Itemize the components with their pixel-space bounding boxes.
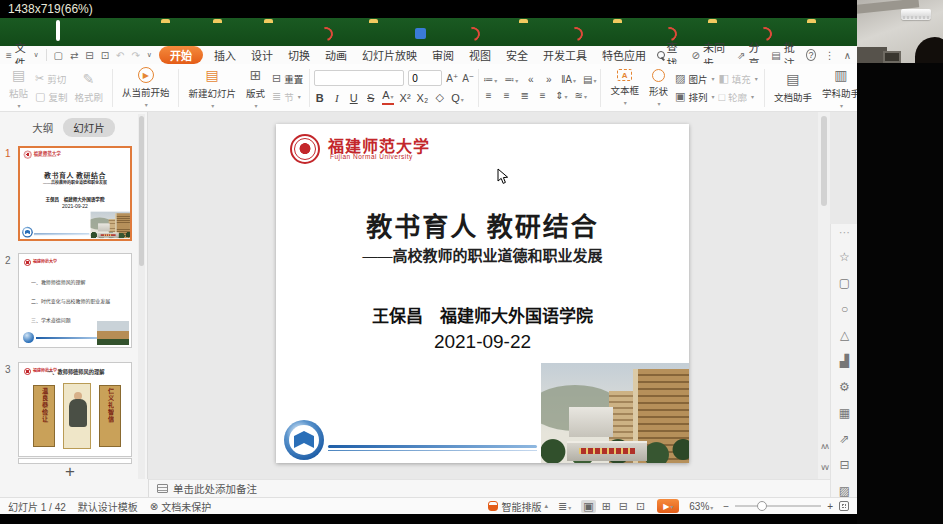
- paste-button[interactable]: ▤ 粘贴: [4, 66, 33, 110]
- desktop-shortcut-folder[interactable]: [160, 22, 186, 47]
- desktop-shortcut-folder[interactable]: [368, 22, 394, 47]
- collapse-ribbon-icon[interactable]: ∧: [844, 50, 851, 61]
- panel-scrollbar[interactable]: [138, 114, 145, 495]
- fit-to-window-icon[interactable]: [839, 501, 849, 511]
- tab-security[interactable]: 安全: [502, 46, 532, 64]
- tab-home[interactable]: 开始: [159, 46, 203, 64]
- play-from-current-button[interactable]: ▶ 从当前开始: [117, 66, 175, 110]
- slide-title[interactable]: 教书育人 教研结合: [276, 206, 689, 243]
- slide-thumbnail-3[interactable]: 福建师范大学 一、教师师德师风的理解 温良恭俭让 仁义礼智信: [18, 362, 132, 457]
- export-icon[interactable]: ⇗: [831, 432, 858, 446]
- next-slide-button[interactable]: ∨∨: [818, 459, 830, 475]
- desktop-shortcut-folder[interactable]: [612, 22, 638, 47]
- zoom-in-button[interactable]: +: [827, 501, 833, 512]
- decrease-font-button[interactable]: A⁻: [462, 73, 474, 84]
- slide-thumbnail-2[interactable]: 福建师范大学 一、教师师德师风的理解 二、时代变化与高校教师的职业发展 三、学术…: [18, 253, 132, 348]
- desktop-shortcut-word-doc[interactable]: [412, 22, 438, 47]
- align-right-button[interactable]: ≣: [519, 90, 530, 101]
- increase-font-button[interactable]: A⁺: [446, 73, 458, 84]
- archive-icon[interactable]: ⊟: [831, 458, 858, 472]
- text-direction-button[interactable]: ‖A: [561, 74, 576, 85]
- justify-button[interactable]: ≡: [537, 90, 548, 101]
- layout-button[interactable]: ⊞ 版式: [241, 66, 270, 110]
- duplicate-slide-icon[interactable]: ▢: [831, 276, 858, 290]
- chart-icon[interactable]: ▟: [831, 354, 858, 368]
- outline-button[interactable]: □轮廓: [716, 89, 759, 104]
- doc-assistant-button[interactable]: ▤ 文档助手: [769, 66, 817, 110]
- strikethrough-button[interactable]: S: [365, 92, 376, 104]
- tab-insert[interactable]: 插入: [210, 46, 240, 64]
- line-spacing-button[interactable]: ⇕: [555, 90, 567, 101]
- font-family-input[interactable]: [314, 70, 404, 86]
- new-slide-button[interactable]: ▤ 新建幻灯片: [183, 66, 241, 110]
- clear-format-button[interactable]: ◇: [434, 91, 445, 104]
- panel-grip-icon[interactable]: ⋯: [831, 226, 858, 239]
- save-icon[interactable]: ▢: [53, 50, 62, 61]
- export-icon[interactable]: ⇄: [70, 50, 78, 61]
- document-protection[interactable]: ⊗ 文档未保护: [150, 499, 211, 514]
- subscript-button[interactable]: X₂: [417, 92, 429, 104]
- desktop-shortcut-photo[interactable]: [56, 22, 82, 47]
- font-size-input[interactable]: [408, 70, 442, 86]
- picture-icon[interactable]: ▨: [831, 484, 858, 498]
- desktop-shortcut-wps-doc[interactable]: [566, 22, 592, 47]
- zoom-out-button[interactable]: −: [723, 501, 729, 512]
- effects-icon[interactable]: ☆: [831, 250, 858, 264]
- slide-editor-canvas[interactable]: 福建师范大学 Fujian Normal University 教书育人 教研结…: [149, 112, 818, 479]
- tab-review[interactable]: 审阅: [428, 46, 458, 64]
- highlight-button[interactable]: Q: [451, 92, 464, 104]
- add-slide-button[interactable]: +: [50, 462, 90, 480]
- play-slideshow-button[interactable]: ▶: [657, 499, 679, 513]
- desktop-shortcut-folder[interactable]: [518, 22, 544, 47]
- cut-button[interactable]: ✂剪切: [33, 71, 69, 86]
- slide-date[interactable]: 2021-09-22: [276, 331, 689, 353]
- kebab-menu-icon[interactable]: ⋮: [825, 50, 835, 61]
- slide-thumbnail-1[interactable]: 福建师范大学 Fujian Normal University 教书育人 教研结…: [18, 146, 132, 241]
- italic-button[interactable]: I: [331, 92, 342, 104]
- tab-dev-tools[interactable]: 开发工具: [539, 46, 591, 64]
- shape-button[interactable]: 形状: [644, 66, 673, 110]
- shapes-icon[interactable]: ○: [831, 302, 858, 316]
- more-icon[interactable]: ∨: [147, 51, 152, 59]
- tab-design[interactable]: 设计: [247, 46, 277, 64]
- copy-button[interactable]: ▢复制: [33, 89, 69, 104]
- notes-toggle-icon[interactable]: ≣: [558, 500, 571, 513]
- picture-button[interactable]: ▨图片: [673, 71, 716, 86]
- scrollbar-thumb[interactable]: [821, 116, 827, 206]
- zoom-slider-track[interactable]: [735, 505, 821, 507]
- webcam-video[interactable]: [857, 0, 943, 63]
- numbering-button[interactable]: ≕: [504, 74, 518, 85]
- previous-slide-button[interactable]: ∧∧: [818, 438, 830, 454]
- bullets-button[interactable]: ≔: [483, 74, 497, 85]
- redo-icon[interactable]: ↷: [131, 50, 139, 61]
- decrease-indent-button[interactable]: «: [525, 74, 536, 85]
- tab-slideshow[interactable]: 幻灯片放映: [358, 46, 421, 64]
- underline-button[interactable]: U: [348, 92, 359, 104]
- presenter-view-button[interactable]: ⊡: [634, 500, 647, 513]
- print-icon[interactable]: ⊟: [85, 50, 93, 61]
- superscript-button[interactable]: X²: [400, 92, 411, 104]
- desktop-shortcut-folder[interactable]: [263, 22, 289, 47]
- tab-transitions[interactable]: 切换: [284, 46, 314, 64]
- align-left-button[interactable]: ≡: [483, 90, 494, 101]
- desktop-shortcut-wps-doc[interactable]: [463, 22, 489, 47]
- font-color-button[interactable]: A: [382, 90, 393, 105]
- zoom-slider-knob[interactable]: [757, 501, 767, 511]
- reset-button[interactable]: ⊟重置: [270, 71, 305, 86]
- current-slide[interactable]: 福建师范大学 Fujian Normal University 教书育人 教研结…: [276, 124, 689, 463]
- adjust-icon[interactable]: ⚙: [831, 380, 858, 394]
- tab-outline[interactable]: 大纲: [32, 120, 53, 135]
- preview-icon[interactable]: ⊡: [101, 50, 109, 61]
- template-name[interactable]: 默认设计模板: [78, 499, 138, 514]
- canvas-scrollbar[interactable]: ∧∧ ∨∨: [818, 112, 830, 479]
- desktop-shortcut-folder[interactable]: [212, 22, 238, 47]
- align-center-button[interactable]: ≡: [501, 90, 512, 101]
- normal-view-button[interactable]: ▣: [581, 500, 595, 513]
- notes-placeholder[interactable]: 单击此处添加备注: [173, 481, 257, 496]
- slide-subtitle[interactable]: ——高校教师的职业道德和职业发展: [276, 244, 689, 265]
- help-icon[interactable]: ?: [806, 49, 816, 61]
- desktop-shortcut-wps-doc[interactable]: [316, 22, 342, 47]
- reading-view-button[interactable]: ⊟: [617, 500, 630, 513]
- arrange-button[interactable]: ▣排列: [673, 89, 716, 104]
- undo-icon[interactable]: ↶: [116, 50, 124, 61]
